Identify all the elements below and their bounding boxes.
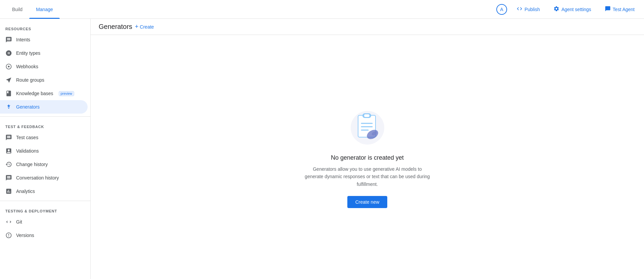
tab-manage[interactable]: Manage [29, 0, 60, 19]
sidebar-item-analytics[interactable]: Analytics [0, 185, 88, 198]
empty-description: Generators allow you to use generative A… [304, 165, 431, 188]
test-agent-label: Test Agent [613, 7, 635, 12]
entity-icon [5, 50, 12, 56]
validations-label: Validations [16, 148, 39, 154]
webhooks-label: Webhooks [16, 64, 38, 69]
page-title: Generators [99, 23, 132, 31]
sidebar-item-webhooks[interactable]: Webhooks [0, 60, 88, 73]
code-icon [516, 6, 523, 13]
sidebar-item-generators[interactable]: Generators [0, 100, 88, 114]
intents-icon [5, 36, 12, 43]
analytics-label: Analytics [16, 189, 35, 194]
create-button[interactable]: + Create [135, 23, 154, 30]
intents-label: Intents [16, 37, 30, 42]
plus-icon: + [135, 23, 139, 30]
create-new-button[interactable]: Create new [347, 196, 388, 208]
gear-icon [553, 6, 559, 13]
sidebar-item-knowledge-bases[interactable]: Knowledge bases preview [0, 87, 88, 100]
versions-label: Versions [16, 233, 34, 238]
sidebar: RESOURCES Intents Entity types Webhooks … [0, 19, 91, 279]
create-label: Create [140, 24, 154, 30]
tab-build[interactable]: Build [5, 0, 29, 19]
agent-settings-button[interactable]: Agent settings [549, 4, 595, 15]
svg-rect-4 [364, 114, 369, 117]
sidebar-item-git[interactable]: Git [0, 215, 88, 229]
sidebar-item-versions[interactable]: Versions [0, 229, 88, 242]
generators-icon [5, 104, 12, 110]
sidebar-item-test-cases[interactable]: Test cases [0, 131, 88, 144]
testcases-icon [5, 134, 12, 141]
knowledge-icon [5, 90, 12, 97]
publish-button[interactable]: Publish [512, 4, 544, 15]
sidebar-section-test-feedback: TEST & FEEDBACK [0, 119, 90, 131]
empty-state: No generator is created yet Generators a… [91, 35, 644, 279]
sidebar-section-testing-deployment: TESTING & DEPLOYMENT [0, 204, 90, 215]
sidebar-item-route-groups[interactable]: Route groups [0, 73, 88, 87]
test-agent-button[interactable]: Test Agent [601, 4, 639, 15]
generators-label: Generators [16, 104, 40, 110]
divider-2 [0, 201, 90, 201]
knowledge-bases-label: Knowledge bases [16, 91, 53, 96]
versions-icon [5, 232, 12, 239]
page: RESOURCES Intents Entity types Webhooks … [0, 19, 644, 279]
git-label: Git [16, 219, 22, 225]
sidebar-item-validations[interactable]: Validations [0, 144, 88, 158]
test-cases-label: Test cases [16, 135, 38, 140]
empty-illustration [347, 106, 388, 146]
history-icon [5, 161, 12, 168]
sidebar-item-intents[interactable]: Intents [0, 33, 88, 46]
route-icon [5, 77, 12, 83]
divider-1 [0, 116, 90, 117]
header: Build Manage A Publish Agent settings Te… [0, 0, 644, 19]
publish-label: Publish [525, 7, 540, 12]
entity-types-label: Entity types [16, 50, 40, 56]
git-icon [5, 218, 12, 225]
conversation-history-label: Conversation history [16, 175, 59, 181]
chat-icon [605, 6, 611, 13]
svg-point-0 [8, 66, 10, 68]
sidebar-item-change-history[interactable]: Change history [0, 158, 88, 171]
main-header: Generators + Create [91, 19, 644, 35]
empty-title: No generator is created yet [331, 154, 404, 161]
change-history-label: Change history [16, 162, 48, 167]
main-content: Generators + Create [91, 19, 644, 279]
sidebar-section-resources: RESOURCES [0, 22, 90, 33]
analytics-icon [5, 188, 12, 195]
avatar: A [496, 4, 507, 15]
header-right: A Publish Agent settings Test Agent [496, 4, 639, 15]
header-tabs: Build Manage [5, 0, 60, 19]
agent-settings-label: Agent settings [561, 7, 591, 12]
preview-badge: preview [59, 91, 74, 96]
sidebar-item-conversation-history[interactable]: Conversation history [0, 171, 88, 185]
conversation-icon [5, 174, 12, 181]
webhook-icon [5, 63, 12, 70]
route-groups-label: Route groups [16, 77, 44, 83]
sidebar-item-entity-types[interactable]: Entity types [0, 46, 88, 60]
validations-icon [5, 148, 12, 154]
